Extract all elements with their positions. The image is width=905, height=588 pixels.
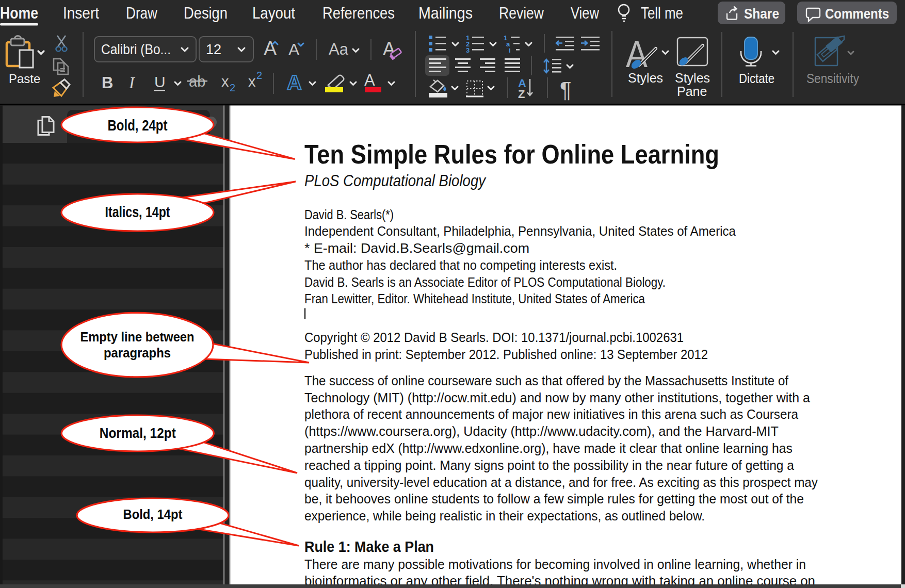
svg-text:2: 2 bbox=[230, 82, 235, 93]
svg-text:View: View bbox=[571, 4, 599, 22]
svg-text:plethora of recent announcemen: plethora of recent announcements of majo… bbox=[304, 406, 798, 422]
svg-text:x: x bbox=[248, 73, 256, 90]
svg-text:B: B bbox=[102, 74, 113, 92]
svg-text:Ten Simple Rules for Online Le: Ten Simple Rules for Online Learning bbox=[304, 139, 719, 169]
svg-text:Tell me: Tell me bbox=[641, 4, 683, 22]
svg-text:Rule 1: Make a Plan: Rule 1: Make a Plan bbox=[304, 538, 434, 555]
svg-text:References: References bbox=[322, 4, 395, 22]
svg-text:paragraphs: paragraphs bbox=[104, 345, 171, 361]
svg-text:Copyright © 2012 David B Searl: Copyright © 2012 David B Searls. DOI: 10… bbox=[304, 330, 684, 345]
svg-text:Styles: Styles bbox=[675, 71, 710, 85]
svg-text:Independent Consultant, Philad: Independent Consultant, Philadelphia, Pe… bbox=[304, 223, 736, 239]
svg-text:Comments: Comments bbox=[825, 6, 889, 22]
svg-text:* E-mail: David.B.Searls@gmail: * E-mail: David.B.Searls@gmail.com bbox=[304, 240, 529, 256]
svg-text:Calibri (Bo...: Calibri (Bo... bbox=[101, 42, 171, 57]
svg-text:be, it behooves online student: be, it behooves online students to follo… bbox=[304, 491, 804, 507]
svg-text:Layout: Layout bbox=[252, 4, 295, 22]
svg-text:Insert: Insert bbox=[63, 4, 99, 22]
svg-text:The success of online coursewa: The success of online courseware such as… bbox=[304, 373, 789, 388]
svg-text:Technology (MIT) (http://ocw.m: Technology (MIT) (http://ocw.mit.edu) an… bbox=[304, 390, 811, 405]
svg-text:Pane: Pane bbox=[677, 84, 707, 99]
svg-text:The author has declared that n: The author has declared that no competin… bbox=[304, 257, 617, 273]
svg-text:Design: Design bbox=[184, 4, 228, 22]
svg-text:x: x bbox=[221, 73, 229, 90]
svg-text:Empty line between: Empty line between bbox=[80, 329, 195, 345]
svg-text:Normal, 12pt: Normal, 12pt bbox=[100, 426, 176, 441]
svg-text:Fran Lewitter, Editor. Whitehe: Fran Lewitter, Editor. Whitehead Institu… bbox=[304, 291, 645, 306]
svg-text:¶: ¶ bbox=[560, 77, 572, 102]
svg-text:Aa: Aa bbox=[329, 40, 349, 58]
svg-text:David B. Searls(*): David B. Searls(*) bbox=[304, 207, 394, 222]
svg-text:12: 12 bbox=[206, 42, 221, 57]
svg-text:Review: Review bbox=[499, 4, 544, 22]
svg-text:partnership edX (http://www.ed: partnership edX (http://www.edxonline.or… bbox=[304, 440, 793, 456]
svg-text:A: A bbox=[364, 71, 375, 89]
svg-text:(https://www.coursera.org), Ud: (https://www.coursera.org), Udacity (htt… bbox=[304, 423, 779, 439]
svg-text:i: i bbox=[509, 46, 511, 54]
svg-text:Z: Z bbox=[518, 88, 525, 101]
svg-text:A: A bbox=[264, 38, 277, 59]
svg-text:Italics, 14pt: Italics, 14pt bbox=[105, 204, 170, 220]
svg-text:Home: Home bbox=[0, 4, 38, 22]
svg-text:Draw: Draw bbox=[126, 4, 158, 22]
svg-text:Styles: Styles bbox=[628, 71, 663, 85]
svg-text:Bold, 14pt: Bold, 14pt bbox=[123, 507, 183, 521]
svg-text:There are many possible motiva: There are many possible motivations for … bbox=[304, 557, 806, 572]
svg-text:Share: Share bbox=[744, 6, 779, 22]
svg-text:U: U bbox=[154, 73, 166, 90]
svg-text:Bold, 24pt: Bold, 24pt bbox=[108, 117, 168, 134]
svg-text:Paste: Paste bbox=[9, 72, 40, 86]
svg-text:A: A bbox=[287, 71, 302, 94]
svg-text:Sensitivity: Sensitivity bbox=[806, 71, 859, 86]
svg-text:reached a tipping point. Many: reached a tipping point. Many signs poin… bbox=[304, 458, 794, 473]
svg-text:Published in print: September: Published in print: September 2012. Publ… bbox=[304, 347, 708, 362]
svg-text:3: 3 bbox=[466, 46, 470, 54]
svg-text:David B. Searls is an Associat: David B. Searls is an Associate Editor o… bbox=[304, 274, 666, 290]
svg-text:Mailings: Mailings bbox=[418, 4, 473, 22]
svg-text:I: I bbox=[128, 73, 135, 92]
svg-text:Dictate: Dictate bbox=[739, 71, 774, 86]
svg-text:A: A bbox=[626, 34, 648, 75]
svg-text:experience, while being realis: experience, while being realistic in the… bbox=[304, 508, 705, 524]
svg-text:PLoS Computational Biology: PLoS Computational Biology bbox=[304, 171, 487, 190]
svg-text:quality, university-level educ: quality, university-level education at a… bbox=[304, 475, 818, 490]
svg-text:2: 2 bbox=[256, 70, 262, 81]
